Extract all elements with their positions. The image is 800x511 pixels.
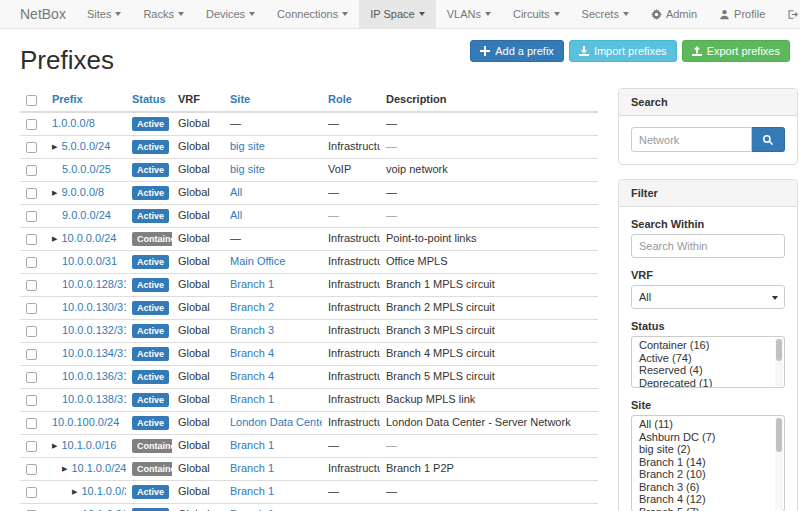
nav-list: SitesRacksDevicesConnectionsIP SpaceVLAN… (76, 0, 640, 28)
prefix-link[interactable]: 10.0.0.136/31 (62, 370, 126, 382)
row-checkbox[interactable] (26, 395, 37, 406)
filter-option[interactable]: Container (16) (632, 339, 784, 352)
filter-option[interactable]: Branch 5 (7) (632, 506, 784, 511)
expand-toggle-icon[interactable]: ▶ (52, 235, 57, 242)
prefix-link[interactable]: 10.0.0.0/24 (61, 232, 116, 244)
site-link[interactable]: Branch 4 (230, 347, 274, 359)
expand-toggle-icon[interactable]: ▶ (52, 442, 57, 449)
scrollbar[interactable] (775, 338, 783, 386)
filter-option[interactable]: Branch 1 (14) (632, 456, 784, 469)
row-checkbox[interactable] (26, 280, 37, 291)
search-within-input[interactable] (631, 234, 785, 258)
nav-item-vlans[interactable]: VLANs (436, 0, 502, 28)
prefix-link[interactable]: 10.1.0.0/16 (61, 439, 116, 451)
site-link[interactable]: big site (230, 163, 265, 175)
site-link[interactable]: Branch 4 (230, 370, 274, 382)
row-checkbox[interactable] (26, 303, 37, 314)
nav-item-ip-space[interactable]: IP Space (359, 0, 435, 28)
row-checkbox[interactable] (26, 418, 37, 429)
brand-logo[interactable]: NetBox (8, 0, 76, 28)
column-header-prefix[interactable]: Prefix (46, 88, 126, 112)
column-header-site[interactable]: Site (224, 88, 322, 112)
nav-item-sites[interactable]: Sites (76, 0, 132, 28)
expand-toggle-icon[interactable]: ▶ (52, 143, 57, 150)
nav-item-circuits[interactable]: Circuits (502, 0, 571, 28)
site-link[interactable]: Branch 1 (230, 462, 274, 474)
site-link[interactable]: Main Office (230, 255, 285, 267)
search-button[interactable] (752, 127, 785, 152)
prefix-link[interactable]: 10.0.0.0/31 (62, 255, 117, 267)
row-checkbox[interactable] (26, 326, 37, 337)
filter-option[interactable]: Reserved (4) (632, 364, 784, 377)
row-checkbox[interactable] (26, 257, 37, 268)
row-checkbox[interactable] (26, 142, 37, 153)
site-link[interactable]: Branch 1 (230, 485, 274, 497)
site-link[interactable]: All (230, 209, 242, 221)
prefix-link[interactable]: 10.0.0.130/31 (62, 301, 126, 313)
expand-toggle-icon[interactable]: ▶ (72, 488, 77, 495)
prefix-link[interactable]: 5.0.0.0/24 (61, 140, 110, 152)
scrollbar[interactable] (775, 417, 783, 510)
nav-item-admin[interactable]: Admin (640, 0, 708, 28)
row-checkbox[interactable] (26, 234, 37, 245)
prefix-link[interactable]: 5.0.0.0/25 (62, 163, 111, 175)
expand-toggle-icon[interactable]: ▶ (62, 465, 67, 472)
status-multiselect[interactable]: Container (16)Active (74)Reserved (4)Dep… (631, 336, 785, 388)
site-link[interactable]: Branch 1 (230, 393, 274, 405)
filter-option[interactable]: All (11) (632, 418, 784, 431)
row-checkbox[interactable] (26, 165, 37, 176)
row-checkbox[interactable] (26, 211, 37, 222)
prefix-link[interactable]: 1.0.0.0/8 (52, 117, 95, 129)
site-link[interactable]: Branch 1 (230, 278, 274, 290)
sort-link[interactable]: Status (132, 93, 166, 105)
nav-item-devices[interactable]: Devices (195, 0, 266, 28)
prefix-link[interactable]: 10.0.0.138/31 (62, 393, 126, 405)
filter-option[interactable]: Branch 4 (12) (632, 493, 784, 506)
site-link[interactable]: Branch 3 (230, 324, 274, 336)
expand-toggle-icon[interactable]: ▶ (52, 189, 57, 196)
row-checkbox[interactable] (26, 188, 37, 199)
prefix-link[interactable]: 10.0.0.132/31 (62, 324, 126, 336)
prefix-link[interactable]: 10.0.0.134/31 (62, 347, 126, 359)
prefix-link[interactable]: 10.1.0.0/24 (71, 462, 126, 474)
prefix-link[interactable]: 10.0.100.0/24 (52, 416, 119, 428)
filter-option[interactable]: Deprecated (1) (632, 377, 784, 389)
column-header-role[interactable]: Role (322, 88, 380, 112)
nav-item-profile[interactable]: Profile (708, 0, 776, 28)
select-all-checkbox[interactable] (26, 95, 37, 106)
site-link[interactable]: big site (230, 140, 265, 152)
prefix-link[interactable]: 9.0.0.0/24 (62, 209, 111, 221)
filter-option[interactable]: big site (2) (632, 443, 784, 456)
row-checkbox[interactable] (26, 487, 37, 498)
prefix-link[interactable]: 9.0.0.0/8 (61, 186, 104, 198)
filter-option[interactable]: Active (74) (632, 352, 784, 365)
sort-link[interactable]: Role (328, 93, 352, 105)
site-link[interactable]: Branch 1 (230, 439, 274, 451)
column-header-status[interactable]: Status (126, 88, 172, 112)
row-checkbox[interactable] (26, 119, 37, 130)
site-multiselect[interactable]: All (11)Ashburn DC (7)big site (2)Branch… (631, 415, 785, 511)
search-input[interactable] (631, 127, 752, 152)
filter-option[interactable]: Branch 2 (10) (632, 468, 784, 481)
site-link[interactable]: Branch 2 (230, 301, 274, 313)
filter-option[interactable]: Branch 3 (6) (632, 481, 784, 494)
site-link[interactable]: All (230, 186, 242, 198)
prefix-link[interactable]: 10.1.0.0/25 (81, 485, 126, 497)
filter-option[interactable]: Ashburn DC (7) (632, 431, 784, 444)
site-link[interactable]: London Data Center (230, 416, 322, 428)
add-prefix-button[interactable]: Add a prefix (470, 40, 564, 62)
sort-link[interactable]: Site (230, 93, 250, 105)
import-prefixes-button[interactable]: Import prefixes (569, 40, 677, 62)
vrf-select[interactable]: All (631, 285, 785, 309)
nav-item-racks[interactable]: Racks (132, 0, 195, 28)
row-checkbox[interactable] (26, 441, 37, 452)
nav-item-connections[interactable]: Connections (266, 0, 359, 28)
row-checkbox[interactable] (26, 372, 37, 383)
nav-item-secrets[interactable]: Secrets (571, 0, 640, 28)
row-checkbox[interactable] (26, 464, 37, 475)
nav-item-logout[interactable]: Log out (776, 0, 800, 28)
export-prefixes-button[interactable]: Export prefixes (682, 40, 790, 62)
row-checkbox[interactable] (26, 349, 37, 360)
prefix-link[interactable]: 10.0.0.128/31 (62, 278, 126, 290)
sort-link[interactable]: Prefix (52, 93, 83, 105)
